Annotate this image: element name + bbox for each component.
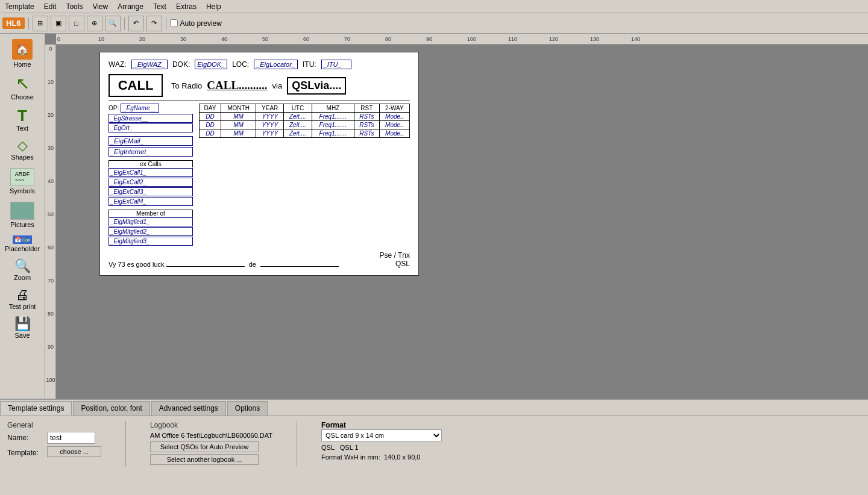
symbols-icon: ARDF~~~ [10,168,34,186]
auto-preview-checkbox[interactable] [170,19,178,27]
log-cell-r2-c0: DD [200,129,221,138]
member-label: Member of [108,210,193,217]
dok-value: EigDOK_ [195,60,227,69]
itu-label: ITU: [303,60,316,69]
menu-extras[interactable]: Extras [171,1,201,12]
choose-template-button[interactable]: choose ... [47,446,101,457]
tab-options[interactable]: Options [227,401,268,416]
sidebar-item-zoom[interactable]: 🔍 Zoom [2,257,43,284]
menu-text[interactable]: Text [148,1,171,12]
canvas-area[interactable]: /* ruler ticks rendered inline */ 010203… [45,34,868,399]
card-container: WAZ: _EigWAZ_ DOK: EigDOK_ LOC: _EigLoca… [99,52,419,276]
template-label: Template: [7,449,43,457]
grid-button[interactable]: ⊞ [33,16,48,31]
menu-tools[interactable]: Tools [61,1,87,12]
mitglied2: _EigMitglied2_ [108,227,193,236]
menu-edit[interactable]: Edit [39,1,61,12]
select-qsos-button[interactable]: Select QSOs for Auto Preview [150,441,259,452]
waz-value: _EigWAZ_ [131,60,168,69]
bottom-panel: Template settings Position, color, font … [0,399,868,495]
sidebar-item-symbols[interactable]: ARDF~~~ Symbols [2,165,43,198]
call-box: CALL [108,74,163,97]
log-cell-r0-c1: MM [221,113,256,121]
mitglied3: _EigMitglied3_ [108,237,193,246]
log-cell-r2-c3: Zeit.... [284,129,312,138]
sidebar-item-testprint[interactable]: 🖨 Test print [2,285,43,313]
tab-position-color-font[interactable]: Position, color, font [73,401,149,416]
log-cell-r0-c6: Mode.. [379,113,409,121]
col-rst: RST [354,104,380,113]
menu-help[interactable]: Help [201,1,226,12]
to-radio-section: To Radio CALL.......... via QSLvia.... [171,77,346,95]
save-icon: 💾 [14,317,31,331]
redo-button[interactable]: ↷ [146,16,162,31]
col-month: MONTH [221,104,256,113]
menu-template[interactable]: Template [0,1,39,12]
log-cell-r2-c4: Freq1....... [312,129,354,138]
log-cell-r2-c5: RSTs [354,129,380,138]
select-button[interactable]: ▣ [51,16,66,31]
tool3-button[interactable]: ⊕ [87,16,102,31]
bottom-text: Vy 73 es good luck [108,261,165,268]
via-label: via [272,81,283,90]
card-left-col: OP: _EgName__ _EgStrasse__ _EgOrt_ _EigE… [108,104,193,246]
toolbar-sep-1 [28,17,29,30]
tab-template-settings[interactable]: Template settings [0,401,72,416]
sidebar-item-text[interactable]: T Text [2,105,43,135]
toolbar: HL6 ⊞ ▣ □ ⊕ 🔍 ↶ ↷ Auto preview [0,13,868,34]
qsl-info-label: QSL [321,444,335,451]
toolbar-sep-3 [166,17,166,30]
undo-button[interactable]: ↶ [128,16,144,31]
zoom-button[interactable]: 🔍 [105,16,121,31]
menu-arrange[interactable]: Arrange [113,1,148,12]
card-right-col: DAY MONTH YEAR UTC MHZ RST 2-WAY [199,104,410,246]
log-cell-r1-c3: Zeit.... [284,121,312,129]
mitglied1: _EigMitglied1_ [108,217,193,226]
sidebar-item-choose[interactable]: ↖ Choose [2,72,43,104]
tab-advanced-settings[interactable]: Advanced settings [151,401,226,416]
qsl-info-value: QSL 1 [340,444,359,451]
sidebar-item-home[interactable]: 🏠 Home [2,36,43,71]
log-cell-r1-c1: MM [221,121,256,129]
loc-value: _EigLocator_ [254,60,298,69]
auto-preview-label[interactable]: Auto preview [170,19,222,28]
itu-value: _ITU_ [321,60,351,69]
log-table: DAY MONTH YEAR UTC MHZ RST 2-WAY [199,104,410,138]
zoom-icon: 🔍 [14,260,31,273]
log-cell-r2-c1: MM [221,129,256,138]
card-divider [108,101,410,101]
format-wxh-value: 140,0 x 90,0 [384,453,421,461]
qsl-label: QSL [380,260,410,268]
select-logbook-button[interactable]: Select another logbook ... [150,454,259,465]
frame-button[interactable]: □ [69,16,84,31]
bottom-line-1 [166,266,245,267]
sep-2 [297,421,297,467]
ex-call4: _EigExCall4_ [108,197,193,206]
logbook-path: AM Office 6 Test\Logbuch\LB600060.DAT [150,432,272,439]
ruler-left: 0102030405060708090100 [45,45,56,399]
name-row: Name: [7,432,101,444]
logbook-heading: Logbook [150,421,272,429]
email-field: _EigEMail_ [108,136,193,146]
format-dropdown[interactable]: QSL card 9 x 14 cmQSL card 10 x 15 cmA4 … [321,429,442,441]
tab-content: General Name: Template: choose ... Logbo… [0,416,868,472]
general-heading: General [7,421,101,429]
bottom-line-2 [260,266,339,267]
call-dotted: CALL.......... [207,79,267,92]
menu-view[interactable]: View [87,1,113,12]
tab-bar: Template settings Position, color, font … [0,400,868,416]
log-cell-r0-c3: Zeit.... [284,113,312,121]
sidebar-item-shapes[interactable]: ◇ Shapes [2,136,43,164]
shapes-icon: ◇ [17,139,28,152]
loc-label: LOC: [232,60,249,69]
home-icon: 🏠 [12,39,33,60]
sidebar-item-placeholder[interactable]: 📅Call Placeholder [2,232,43,255]
pse-tnx-label: Pse / Tnx [380,251,410,260]
sidebar-item-pictures[interactable]: Pictures [2,199,43,231]
text-icon: T [17,108,27,123]
sidebar-item-save[interactable]: 💾 Save [2,314,43,342]
log-cell-r0-c5: RSTs [354,113,380,121]
format-info: QSL QSL 1 [321,444,442,451]
call-row: CALL To Radio CALL.......... via QSLvia.… [108,74,410,97]
name-input[interactable] [47,432,95,444]
